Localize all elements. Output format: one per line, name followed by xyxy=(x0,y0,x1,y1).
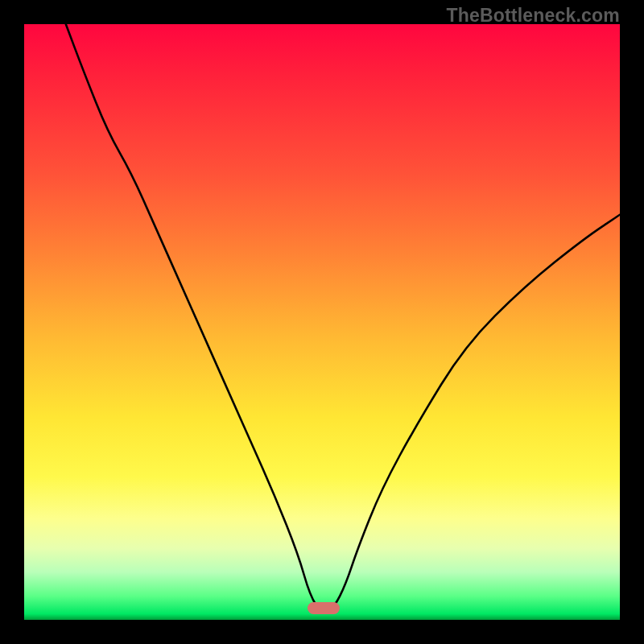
chart-frame: TheBottleneck.com xyxy=(0,0,644,644)
watermark-text: TheBottleneck.com xyxy=(446,5,620,27)
optimal-marker xyxy=(308,602,341,614)
curve-layer xyxy=(24,24,620,620)
bottleneck-curve xyxy=(66,24,620,612)
plot-area xyxy=(24,24,620,620)
